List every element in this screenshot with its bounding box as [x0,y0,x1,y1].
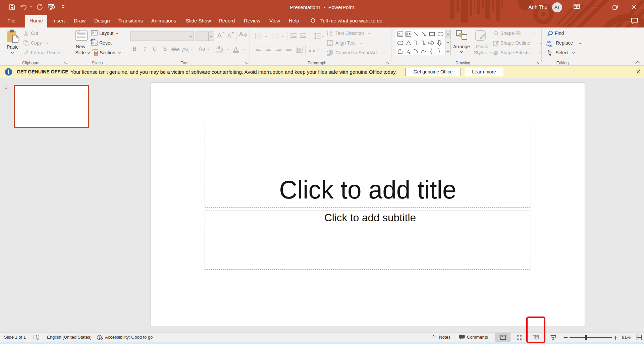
svg-text:A: A [330,31,332,34]
svg-text:ac: ac [549,44,553,47]
svg-text:A: A [398,32,400,35]
svg-text:3: 3 [272,37,273,39]
svg-text:A: A [409,33,411,36]
